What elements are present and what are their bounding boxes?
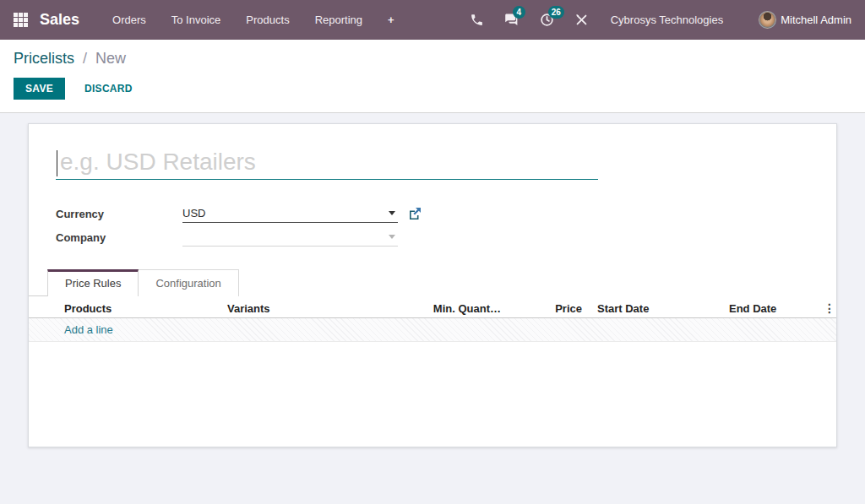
top-navbar: Sales Orders To Invoice Products Reporti…	[0, 0, 865, 40]
company-label: Company	[56, 231, 182, 244]
main-menu: Orders To Invoice Products Reporting +	[100, 14, 407, 26]
pricelist-name-input[interactable]	[56, 146, 598, 179]
control-panel: Pricelists / New SAVE DISCARD	[0, 40, 865, 113]
currency-external-link-icon[interactable]	[409, 208, 421, 219]
messages-button[interactable]: 4	[504, 13, 520, 28]
user-avatar	[759, 11, 776, 29]
tab-configuration[interactable]: Configuration	[139, 269, 238, 296]
currency-widget	[182, 204, 398, 223]
list-header-row: Products Variants Min. Quant… Price Star…	[29, 299, 836, 318]
breadcrumb-current: New	[95, 50, 126, 67]
messages-badge: 4	[513, 6, 525, 19]
activities-badge: 26	[548, 6, 564, 19]
text-cursor	[57, 150, 57, 176]
company-switcher[interactable]: Cybrosys Technologies	[611, 14, 723, 26]
discard-button[interactable]: DISCARD	[73, 78, 144, 100]
wrench-screwdriver-icon	[574, 13, 589, 27]
column-header-products[interactable]: Products	[64, 302, 227, 315]
apps-grid-icon	[14, 13, 28, 27]
currency-dropdown-icon[interactable]	[389, 211, 395, 215]
add-line-row: Add a line	[29, 318, 836, 342]
apps-menu-button[interactable]	[14, 13, 28, 27]
column-header-end-date[interactable]: End Date	[729, 302, 823, 315]
column-header-start-date[interactable]: Start Date	[582, 302, 729, 315]
save-button[interactable]: SAVE	[14, 78, 65, 100]
user-name: Mitchell Admin	[781, 14, 851, 26]
nav-item-reporting[interactable]: Reporting	[302, 14, 375, 26]
column-header-variants[interactable]: Variants	[227, 302, 411, 315]
company-field-row: Company	[56, 225, 836, 249]
pricelist-name-field	[56, 146, 598, 180]
user-menu[interactable]: Mitchell Admin	[759, 11, 851, 29]
optional-columns-icon[interactable]: ⋮	[823, 302, 836, 314]
currency-input[interactable]	[182, 204, 389, 222]
phone-button[interactable]	[470, 13, 484, 28]
nav-item-plus[interactable]: +	[375, 14, 407, 26]
nav-item-orders[interactable]: Orders	[100, 14, 159, 26]
company-widget	[182, 228, 398, 247]
add-a-line-link[interactable]: Add a line	[64, 323, 113, 336]
breadcrumb-separator: /	[83, 50, 87, 67]
app-title[interactable]: Sales	[40, 11, 79, 29]
column-header-price[interactable]: Price	[501, 302, 582, 315]
pricelist-form-sheet: Currency Company Price Rules Con	[28, 123, 837, 447]
company-input[interactable]	[182, 228, 389, 246]
phone-icon	[470, 13, 484, 27]
breadcrumb: Pricelists / New	[14, 50, 851, 68]
notebook-tabs: Price Rules Configuration	[29, 269, 836, 296]
nav-item-to-invoice[interactable]: To Invoice	[159, 14, 234, 26]
content-area: Currency Company Price Rules Con	[0, 113, 865, 504]
breadcrumb-pricelists-link[interactable]: Pricelists	[14, 50, 74, 67]
price-rules-list: Products Variants Min. Quant… Price Star…	[29, 299, 836, 342]
tab-leading-line	[29, 295, 47, 296]
column-header-min-quantity[interactable]: Min. Quant…	[411, 302, 501, 315]
company-dropdown-icon[interactable]	[389, 235, 395, 239]
nav-item-products[interactable]: Products	[233, 14, 302, 26]
currency-field-row: Currency	[56, 202, 836, 225]
debug-tools-button[interactable]	[574, 13, 589, 28]
tab-price-rules[interactable]: Price Rules	[47, 269, 139, 296]
currency-label: Currency	[56, 208, 182, 220]
activities-button[interactable]: 26	[540, 13, 554, 28]
